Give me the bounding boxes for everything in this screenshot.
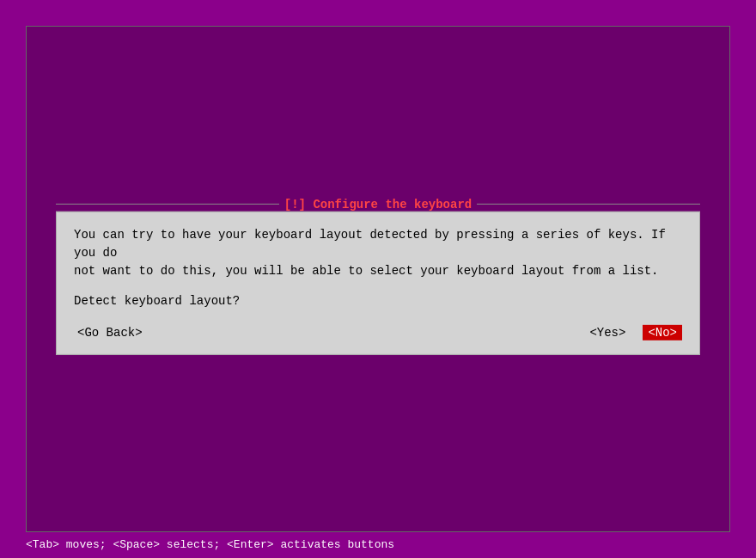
dialog-title: [!] Configure the keyboard xyxy=(279,197,477,211)
dialog-title-line-right xyxy=(477,204,700,205)
status-bar: <Tab> moves; <Space> selects; <Enter> ac… xyxy=(26,538,730,551)
dialog-body-text: You can try to have your keyboard layout… xyxy=(74,225,682,279)
dialog-title-row: [!] Configure the keyboard xyxy=(56,197,700,211)
no-button[interactable]: <No> xyxy=(643,324,682,340)
dialog-title-line-left xyxy=(56,204,279,205)
dialog-box: You can try to have your keyboard layout… xyxy=(56,211,700,354)
dialog-container: [!] Configure the keyboard You can try t… xyxy=(56,197,700,354)
body-line1: You can try to have your keyboard layout… xyxy=(74,227,666,259)
go-back-button[interactable]: <Go Back> xyxy=(74,325,146,339)
body-line2: not want to do this, you will be able to… xyxy=(74,263,659,277)
dialog-question: Detect keyboard layout? xyxy=(74,293,682,307)
btn-right-group: <Yes> <No> xyxy=(586,324,682,340)
dialog-buttons: <Go Back> <Yes> <No> xyxy=(74,324,682,340)
yes-button[interactable]: <Yes> xyxy=(586,325,629,339)
